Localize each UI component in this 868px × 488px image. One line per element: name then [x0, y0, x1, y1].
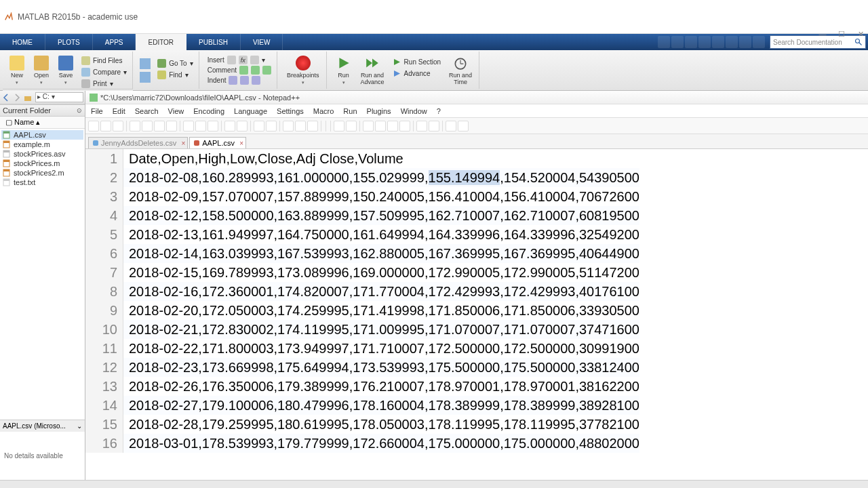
current-folder-header[interactable]: Current Folder⊙ [0, 104, 85, 117]
toolbar-icon[interactable] [307, 121, 318, 131]
toolbar-icon[interactable] [363, 121, 374, 131]
toolbar-icon[interactable] [283, 121, 294, 131]
editor-line[interactable]: 162018-03-01,178.539993,179.779999,172.6… [85, 434, 868, 453]
menu-settings[interactable]: Settings [277, 107, 304, 115]
close-button[interactable]: ✕ [856, 30, 865, 39]
toolbar-icon[interactable] [142, 121, 153, 131]
run-button[interactable]: Run▾ [334, 54, 354, 87]
qat-icon[interactable] [726, 36, 738, 48]
toolbar-icon[interactable] [458, 121, 469, 131]
qat-help-icon[interactable] [753, 36, 765, 48]
find-button[interactable]: Find ▾ [156, 70, 195, 80]
editor-line[interactable]: 102018-02-21,172.830002,174.119995,171.0… [85, 320, 868, 339]
run-and-time-button[interactable]: Run and Time [446, 54, 475, 87]
toolbar-icon[interactable] [446, 121, 456, 131]
toolbar-icon[interactable] [429, 121, 439, 131]
file-item[interactable]: AAPL.csv [1, 130, 83, 140]
compare-button[interactable]: Compare ▾ [80, 67, 128, 77]
breakpoints-button[interactable]: Breakpoints▾ [284, 54, 322, 87]
tab-home[interactable]: HOME [0, 34, 45, 50]
menu-encoding[interactable]: Encoding [193, 107, 224, 115]
editor-line[interactable]: 152018-02-28,179.259995,180.619995,178.0… [85, 415, 868, 434]
toolbar-icon[interactable] [88, 121, 99, 131]
toolbar-icon[interactable] [130, 121, 140, 131]
toolbar-icon[interactable] [183, 121, 194, 131]
qat-icon[interactable] [658, 36, 670, 48]
editor-line[interactable]: 92018-02-20,172.050003,174.259995,171.41… [85, 301, 868, 320]
minimize-button[interactable]: — [818, 30, 827, 39]
maximize-button[interactable]: ☐ [837, 30, 846, 39]
toolbar-icon[interactable] [208, 121, 218, 131]
toolbar-icon[interactable] [295, 121, 306, 131]
print-button[interactable]: Print ▾ [80, 79, 128, 89]
name-column-header[interactable]: ▢ Name ▴ [0, 117, 85, 129]
menu-language[interactable]: Language [234, 107, 267, 115]
editor-line[interactable]: 72018-02-15,169.789993,173.089996,169.00… [85, 263, 868, 282]
nav-fwd-icon[interactable] [140, 72, 151, 83]
editor-line[interactable]: 142018-02-27,179.100006,180.479996,178.1… [85, 396, 868, 415]
details-header[interactable]: AAPL.csv (Microso...⌄ [0, 420, 85, 432]
toolbar-icon[interactable] [195, 121, 206, 131]
tab-apps[interactable]: APPS [93, 34, 136, 50]
editor-line[interactable]: 112018-02-22,171.800003,173.949997,171.7… [85, 339, 868, 358]
file-item[interactable]: stockPrices2.m [1, 168, 83, 178]
menu-window[interactable]: Window [401, 107, 427, 115]
editor-line[interactable]: 32018-02-09,157.070007,157.889999,150.24… [85, 187, 868, 206]
editor-tab[interactable]: JennyAddsDeletes.csv× [88, 137, 188, 148]
editor-line[interactable]: 22018-02-08,160.289993,161.000000,155.02… [85, 168, 868, 187]
toolbar-icon[interactable] [346, 121, 357, 131]
tab-close-icon[interactable]: × [181, 140, 185, 147]
qat-icon[interactable] [685, 36, 697, 48]
new-button[interactable]: New▾ [7, 54, 27, 87]
editor-line[interactable]: 42018-02-12,158.500000,163.889999,157.50… [85, 206, 868, 225]
file-item[interactable]: test.txt [1, 178, 83, 187]
tab-close-icon[interactable]: × [239, 140, 243, 147]
comment-button[interactable]: Comment [206, 65, 273, 75]
toolbar-icon[interactable] [254, 121, 264, 131]
qat-icon[interactable] [698, 36, 711, 48]
file-item[interactable]: stockPrices.asv [1, 149, 83, 159]
run-and-advance-button[interactable]: Run and Advance [358, 54, 387, 87]
editor-line[interactable]: 1Date,Open,High,Low,Close,Adj Close,Volu… [85, 149, 868, 168]
editor-line[interactable]: 132018-02-26,176.350006,179.389999,176.2… [85, 377, 868, 396]
editor-tab[interactable]: AAPL.csv× [189, 137, 246, 148]
file-item[interactable]: example.m [1, 140, 83, 149]
toolbar-icon[interactable] [387, 121, 398, 131]
tab-view[interactable]: VIEW [241, 34, 283, 50]
toolbar-icon[interactable] [334, 121, 344, 131]
nav-back-icon[interactable] [140, 58, 151, 69]
menu-search[interactable]: Search [135, 107, 159, 115]
toolbar-icon[interactable] [113, 121, 123, 131]
menu-edit[interactable]: Edit [113, 107, 125, 115]
menu-file[interactable]: File [91, 107, 103, 115]
toolbar-icon[interactable] [237, 121, 248, 131]
back-icon[interactable] [1, 93, 11, 102]
menu-?[interactable]: ? [437, 107, 441, 115]
up-icon[interactable] [23, 93, 33, 102]
menu-plugins[interactable]: Plugins [367, 107, 391, 115]
editor-line[interactable]: 82018-02-16,172.360001,174.820007,171.77… [85, 282, 868, 301]
toolbar-icon[interactable] [224, 121, 235, 131]
qat-icon[interactable] [712, 36, 724, 48]
tab-plots[interactable]: PLOTS [45, 34, 93, 50]
tab-publish[interactable]: PUBLISH [186, 34, 241, 50]
toolbar-icon[interactable] [375, 121, 386, 131]
address-bar[interactable]: ▸ C: ▾ [0, 91, 85, 104]
toolbar-icon[interactable] [154, 121, 165, 131]
toolbar-icon[interactable] [399, 121, 410, 131]
run-section-button[interactable]: Run Section [391, 57, 442, 67]
file-item[interactable]: stockPrices.m [1, 159, 83, 168]
menu-view[interactable]: View [168, 107, 184, 115]
qat-icon[interactable] [671, 36, 684, 48]
editor-line[interactable]: 52018-02-13,161.949997,164.750000,161.64… [85, 225, 868, 244]
editor-line[interactable]: 62018-02-14,163.039993,167.539993,162.88… [85, 244, 868, 263]
menu-macro[interactable]: Macro [313, 107, 334, 115]
text-editor[interactable]: 1Date,Open,High,Low,Close,Adj Close,Volu… [85, 149, 868, 480]
forward-icon[interactable] [12, 93, 22, 102]
menu-run[interactable]: Run [343, 107, 357, 115]
toolbar-icon[interactable] [100, 121, 111, 131]
goto-button[interactable]: Go To ▾ [156, 58, 195, 68]
toolbar-icon[interactable] [266, 121, 277, 131]
advance-button[interactable]: Advance [391, 68, 442, 79]
indent-button[interactable]: Indent [206, 75, 262, 85]
